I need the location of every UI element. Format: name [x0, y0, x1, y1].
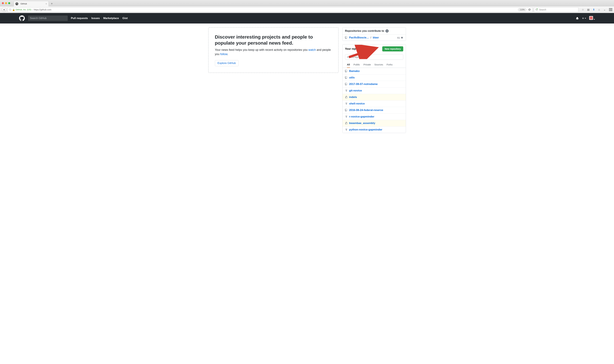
contribute-repo-row[interactable]: PacificBioscie… /blasr 61	[343, 35, 406, 41]
lock-icon	[345, 122, 348, 124]
tab-forks[interactable]: Forks	[387, 63, 392, 68]
repo-list-item[interactable]: indels	[343, 94, 406, 100]
repo-icon	[345, 70, 348, 72]
nav-issues[interactable]: Issues	[91, 17, 100, 20]
repo-list-item[interactable]: shell-novice	[343, 100, 406, 107]
explore-github-button[interactable]: Explore GitHub	[215, 60, 238, 66]
repo-link[interactable]: bwambae_assembly	[349, 122, 375, 125]
fork-icon	[345, 102, 348, 105]
menu-button[interactable]	[609, 8, 613, 11]
tab-sources[interactable]: Sources	[374, 63, 383, 68]
back-button[interactable]	[1, 7, 6, 12]
browser-tab[interactable]: GitHub ×	[14, 1, 49, 6]
window-zoom-button[interactable]	[8, 2, 10, 4]
watch-link[interactable]: watch	[308, 48, 316, 52]
repo-link[interactable]: 2017-08-07-notredame	[349, 83, 378, 86]
repo-link[interactable]: r-novice-gapminder	[349, 115, 375, 118]
bookmark-star-icon[interactable]: ☆	[581, 8, 585, 11]
repo-link[interactable]: shell-novice	[349, 102, 365, 105]
repo-icon	[345, 76, 348, 79]
svg-line-1	[537, 10, 538, 11]
star-icon	[401, 36, 403, 39]
search-icon	[535, 8, 538, 11]
user-menu[interactable]	[589, 16, 595, 20]
tab-close-button[interactable]: ×	[46, 2, 47, 5]
pocket-icon[interactable]: ⌄	[603, 8, 606, 11]
repo-list-item[interactable]: 2017-08-07-notredame	[343, 81, 406, 87]
repo-link[interactable]: 2016-08-24-federal-reserve	[349, 109, 383, 112]
site-identity: GitHub, Inc. (US)	[15, 8, 31, 11]
tab-all[interactable]: All	[347, 63, 350, 68]
contribute-owner-link[interactable]: PacificBioscie…	[349, 36, 369, 39]
lock-icon: 🔒	[12, 8, 15, 11]
news-feed-placeholder: Discover interesting projects and people…	[208, 27, 338, 73]
repo-list: Bamakoutils2017-08-07-notredamegit-novic…	[343, 68, 406, 133]
fork-icon	[345, 129, 348, 131]
repo-icon	[345, 83, 348, 85]
feed-heading: Discover interesting projects and people…	[215, 34, 332, 46]
repo-list-item[interactable]: Bamako	[343, 68, 406, 74]
nav-gist[interactable]: Gist	[122, 17, 128, 20]
nav-marketplace[interactable]: Marketplace	[103, 17, 119, 20]
repo-link[interactable]: python-novice-gapminder	[349, 128, 382, 131]
repo-link[interactable]: utils	[349, 76, 355, 79]
repo-filter-tabs: All Public Private Sources Forks	[343, 61, 406, 68]
repo-link[interactable]: indels	[349, 96, 357, 99]
contribute-panel: Repositories you contribute to 1 Pacific…	[342, 27, 406, 41]
url-bar[interactable]: ⓘ 🔒 GitHub, Inc. (US) | https://github.c…	[8, 7, 533, 12]
repo-list-item[interactable]: bwambae_assembly	[343, 120, 406, 126]
github-logo-icon[interactable]	[19, 15, 25, 21]
search-placeholder: Search	[539, 8, 546, 11]
github-favicon-icon	[15, 2, 18, 5]
new-tab-button[interactable]: +	[51, 2, 53, 5]
home-icon[interactable]: ⌂	[598, 8, 601, 11]
reload-button[interactable]	[528, 8, 531, 12]
svg-point-2	[537, 8, 538, 9]
avatar-icon	[589, 16, 593, 20]
follow-link[interactable]: follow	[220, 52, 227, 56]
repo-link[interactable]: git-novice	[349, 89, 362, 92]
site-info-icon[interactable]: ⓘ	[9, 8, 11, 11]
repo-filter-input[interactable]	[345, 54, 403, 60]
fork-icon	[345, 116, 348, 118]
your-repos-count-badge: 11	[368, 47, 372, 51]
notifications-icon[interactable]	[576, 17, 579, 20]
feed-description: Your news feed helps you keep up with re…	[215, 48, 332, 56]
library-icon[interactable]: ▤	[587, 8, 590, 11]
new-repository-button[interactable]: New repository	[382, 46, 403, 52]
right-sidebar: Repositories you contribute to 1 Pacific…	[342, 27, 406, 133]
repo-list-item[interactable]: utils	[343, 74, 406, 81]
url-text: https://github.com	[34, 8, 518, 11]
contribute-count-badge: 1	[385, 29, 389, 33]
contribute-repo-link[interactable]: blasr	[373, 36, 379, 39]
fork-icon	[345, 89, 348, 92]
window-minimize-button[interactable]	[5, 2, 7, 4]
tab-title: GitHub	[20, 2, 42, 5]
github-search-input[interactable]	[28, 15, 68, 21]
repo-list-item[interactable]: 2016-08-24-federal-reserve	[343, 107, 406, 113]
downloads-icon[interactable]: ⬇	[592, 8, 595, 11]
repo-list-item[interactable]: git-novice	[343, 87, 406, 94]
contribute-header: Repositories you contribute to 1	[343, 27, 406, 34]
repo-list-item[interactable]: python-novice-gapminder	[343, 126, 406, 133]
zoom-indicator[interactable]: 110%	[518, 8, 526, 11]
browser-search-bar[interactable]: Search	[534, 7, 578, 12]
browser-toolbar: ⓘ 🔒 GitHub, Inc. (US) | https://github.c…	[0, 6, 614, 13]
repo-icon	[345, 109, 348, 111]
tab-public[interactable]: Public	[353, 63, 360, 68]
repo-icon	[345, 36, 348, 39]
tab-private[interactable]: Private	[363, 63, 371, 68]
window-controls	[2, 2, 10, 4]
repo-list-item[interactable]: r-novice-gapminder	[343, 113, 406, 120]
repo-link[interactable]: Bamako	[349, 69, 360, 73]
window-titlebar: GitHub × +	[0, 0, 614, 6]
star-count: 61	[397, 36, 403, 39]
github-header: Pull requests Issues Marketplace Gist	[0, 13, 614, 24]
window-close-button[interactable]	[2, 2, 4, 4]
toolbar-icons: ☆ ▤ ⬇ ⌂ ⌄	[581, 8, 606, 11]
your-repos-panel: Your repositories 11 New repository All …	[342, 44, 406, 133]
lock-icon	[345, 96, 348, 98]
nav-pull-requests[interactable]: Pull requests	[71, 17, 88, 20]
your-repos-header: Your repositories 11 New repository	[343, 44, 406, 53]
create-new-menu[interactable]	[582, 17, 586, 19]
